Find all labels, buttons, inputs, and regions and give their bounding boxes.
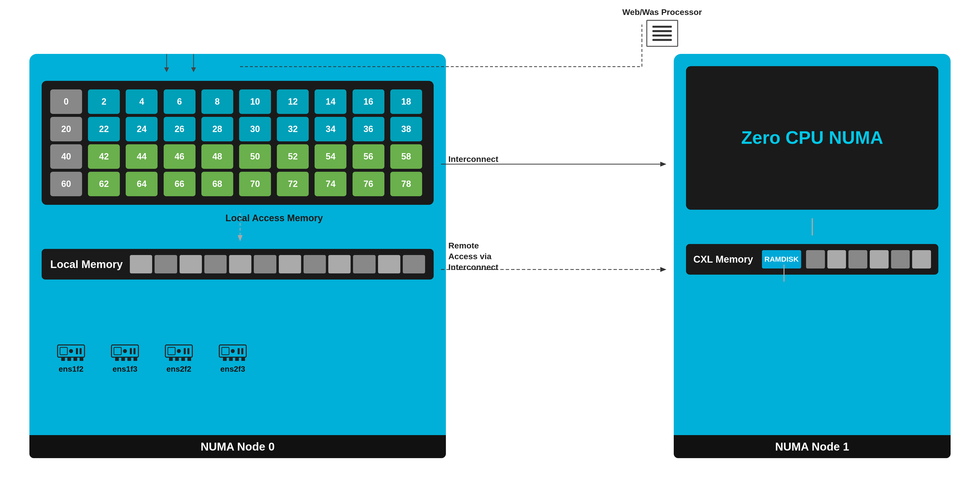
nic-icon-1 xyxy=(56,341,86,361)
cpu-cell-6: 6 xyxy=(164,89,196,114)
local-access-label: Local Access Memory xyxy=(225,212,323,224)
cpu-cell-48: 48 xyxy=(201,144,233,169)
mem-slot xyxy=(353,255,375,274)
cxl-slot xyxy=(912,250,931,269)
svg-rect-22 xyxy=(80,357,83,361)
cxl-slot xyxy=(827,250,846,269)
svg-rect-35 xyxy=(184,348,186,354)
cxl-slots xyxy=(806,250,931,269)
cpu-cell-40: 40 xyxy=(50,144,82,169)
svg-rect-48 xyxy=(235,357,239,361)
cxl-slot xyxy=(848,250,867,269)
cpu-cell-10: 10 xyxy=(239,89,271,114)
cpu-cell-54: 54 xyxy=(315,144,347,169)
local-access-area: Local Access Memory xyxy=(41,212,434,242)
main-container: Web/Was Processor Interconnect RemoteAcc… xyxy=(0,0,980,501)
numa-node-1: Zero CPU NUMA CXL Memory RAMDISK NUMA No… xyxy=(674,54,951,458)
svg-rect-47 xyxy=(229,357,233,361)
nic-label-3: ens2f2 xyxy=(166,364,191,374)
nic-1: ens1f2 xyxy=(56,341,86,374)
numa1-label: NUMA Node 1 xyxy=(674,435,951,458)
numa0-label: NUMA Node 0 xyxy=(29,435,446,458)
svg-marker-10 xyxy=(660,267,667,272)
svg-rect-19 xyxy=(61,357,65,361)
nic-3: ens2f2 xyxy=(164,341,194,374)
spacer xyxy=(686,283,939,427)
svg-rect-27 xyxy=(134,348,135,354)
interconnect-label: Interconnect xyxy=(449,154,498,164)
nic-label-4: ens2f3 xyxy=(220,364,245,374)
svg-rect-20 xyxy=(67,357,71,361)
cpu-cell-62: 62 xyxy=(88,172,120,196)
mem-slot xyxy=(154,255,177,274)
cpu-cell-2: 2 xyxy=(88,89,120,114)
svg-rect-45 xyxy=(241,348,243,354)
svg-point-43 xyxy=(231,349,235,353)
cxl-memory-bar: CXL Memory RAMDISK xyxy=(686,244,939,275)
svg-rect-44 xyxy=(238,348,240,354)
processor-icon xyxy=(646,20,678,47)
svg-rect-26 xyxy=(130,348,132,354)
cpu-cell-50: 50 xyxy=(239,144,271,169)
svg-rect-40 xyxy=(188,357,191,361)
remote-access-label: RemoteAccess viaInterconnect xyxy=(449,240,498,273)
svg-point-16 xyxy=(69,349,73,353)
local-memory-bar: Local Memory xyxy=(41,249,434,280)
cpu-cell-14: 14 xyxy=(315,89,347,114)
svg-rect-33 xyxy=(168,347,175,355)
svg-rect-36 xyxy=(188,348,189,354)
mem-slot xyxy=(254,255,276,274)
mem-slot xyxy=(229,255,251,274)
cpu-cell-60: 60 xyxy=(50,172,82,196)
cpu-grid-container: 0 2 4 6 8 10 12 14 16 18 20 22 24 26 28 … xyxy=(41,81,434,205)
cxl-slot xyxy=(870,250,889,269)
cpu-cell-44: 44 xyxy=(126,144,158,169)
ramdisk-slot: RAMDISK xyxy=(762,250,801,269)
cpu-cell-68: 68 xyxy=(201,172,233,196)
local-memory-slots xyxy=(130,255,425,274)
cpu-cell-70: 70 xyxy=(239,172,271,196)
cpu-cell-28: 28 xyxy=(201,117,233,142)
svg-rect-42 xyxy=(222,347,229,355)
cpu-cell-30: 30 xyxy=(239,117,271,142)
vertical-connector xyxy=(812,218,813,235)
cxl-memory-label: CXL Memory xyxy=(694,254,757,265)
cpu-cell-34: 34 xyxy=(315,117,347,142)
cpu-cell-36: 36 xyxy=(353,117,384,142)
svg-rect-15 xyxy=(60,347,67,355)
mem-slot xyxy=(378,255,400,274)
zero-cpu-label: Zero CPU NUMA xyxy=(741,127,883,149)
mem-slot xyxy=(328,255,351,274)
cpu-cell-18: 18 xyxy=(390,89,422,114)
numa-node-0: 0 2 4 6 8 10 12 14 16 18 20 22 24 26 28 … xyxy=(29,54,446,458)
cpu-cell-16: 16 xyxy=(353,89,384,114)
processor-section: Web/Was Processor xyxy=(622,7,702,47)
cpu-cell-58: 58 xyxy=(390,144,422,169)
cpu-cell-76: 76 xyxy=(353,172,384,196)
svg-rect-49 xyxy=(241,357,245,361)
nic-icon-4 xyxy=(218,341,247,361)
cpu-cell-12: 12 xyxy=(277,89,309,114)
mem-slot xyxy=(130,255,152,274)
cpu-cell-72: 72 xyxy=(277,172,309,196)
svg-rect-39 xyxy=(181,357,185,361)
svg-rect-24 xyxy=(114,347,121,355)
nic-section: ens1f2 ens1f3 xyxy=(41,287,434,428)
mem-slot xyxy=(403,255,425,274)
zero-cpu-box: Zero CPU NUMA xyxy=(686,66,939,210)
cpu-cell-8: 8 xyxy=(201,89,233,114)
mem-slot xyxy=(180,255,202,274)
cpu-cell-78: 78 xyxy=(390,172,422,196)
cpu-cell-0: 0 xyxy=(50,89,82,114)
svg-point-25 xyxy=(123,349,127,353)
cpu-cell-74: 74 xyxy=(315,172,347,196)
cxl-slot xyxy=(806,250,825,269)
local-memory-label: Local Memory xyxy=(50,258,124,270)
nic-icon-3 xyxy=(164,341,194,361)
cpu-cell-20: 20 xyxy=(50,117,82,142)
cpu-cell-26: 26 xyxy=(164,117,196,142)
mem-slot xyxy=(279,255,301,274)
svg-rect-29 xyxy=(121,357,125,361)
processor-label: Web/Was Processor xyxy=(622,7,702,17)
svg-point-34 xyxy=(177,349,181,353)
